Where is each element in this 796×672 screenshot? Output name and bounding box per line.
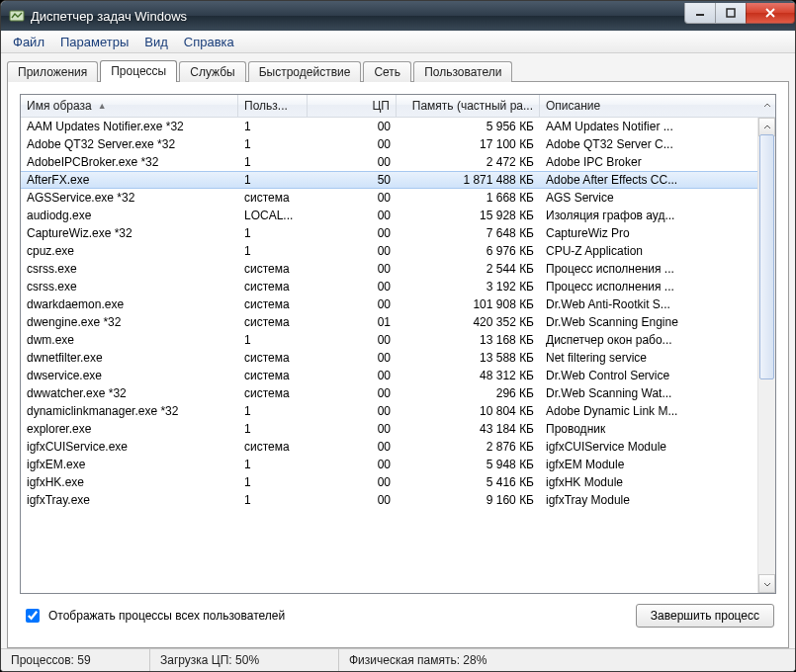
table-row[interactable]: explorer.exe10043 184 КБПроводник (21, 420, 757, 438)
table-row[interactable]: igfxHK.exe1005 416 КБigfxHK Module (21, 473, 757, 491)
cell-memory: 296 КБ (397, 386, 540, 400)
cell-user: система (238, 369, 308, 382)
table-row[interactable]: dynamiclinkmanager.exe *3210010 804 КБAd… (21, 402, 757, 420)
cell-description: igfxCUIService Module (540, 440, 757, 454)
list-header: Имя образа ▲ Польз... ЦП Память (частный… (21, 95, 775, 118)
cell-image: cpuz.exe (21, 244, 238, 258)
cell-description: AAM Updates Notifier ... (540, 120, 757, 133)
col-user[interactable]: Польз... (238, 95, 308, 117)
table-row[interactable]: dwarkdaemon.exeсистема00101 908 КБDr.Web… (21, 295, 757, 313)
cell-user: система (238, 351, 308, 365)
cell-cpu: 00 (308, 209, 397, 222)
table-row[interactable]: igfxEM.exe1005 948 КБigfxEM Module (21, 456, 757, 473)
table-row[interactable]: dwengine.exe *32система01420 352 КБDr.We… (21, 313, 757, 331)
cell-description: Dr.Web Scanning Wat... (540, 386, 757, 400)
table-row[interactable]: AAM Updates Notifier.exe *321005 956 КБA… (21, 118, 757, 135)
show-all-users-checkbox[interactable]: Отображать процессы всех пользователей (22, 606, 636, 626)
cell-cpu: 00 (308, 404, 397, 418)
table-row[interactable]: dwnetfilter.exeсистема0013 588 КБNet fil… (21, 349, 757, 367)
cell-cpu: 00 (308, 458, 397, 471)
table-row[interactable]: CaptureWiz.exe *321007 648 КБCaptureWiz … (21, 224, 757, 242)
cell-description: Adobe After Effects CC... (540, 172, 757, 188)
cell-memory: 13 588 КБ (397, 351, 540, 365)
status-cpu: Загрузка ЦП: 50% (150, 649, 339, 671)
cell-description: Dr.Web Anti-Rootkit S... (540, 297, 757, 311)
cell-memory: 5 948 КБ (397, 458, 540, 471)
show-all-users-label: Отображать процессы всех пользователей (48, 609, 285, 623)
cell-memory: 9 160 КБ (397, 493, 540, 507)
table-row[interactable]: csrss.exeсистема003 192 КБПроцесс исполн… (21, 278, 757, 295)
tab-page-processes: Имя образа ▲ Польз... ЦП Память (частный… (7, 81, 789, 648)
cell-description: Net filtering service (540, 351, 757, 365)
tab-processes[interactable]: Процессы (100, 60, 177, 82)
vertical-scrollbar[interactable] (757, 118, 775, 593)
cell-cpu: 00 (308, 386, 397, 400)
table-row[interactable]: dwm.exe10013 168 КБДиспетчер окон рабо..… (21, 331, 757, 349)
cell-cpu: 00 (308, 475, 397, 489)
cell-image: dwwatcher.exe *32 (21, 386, 238, 400)
table-row[interactable]: AfterFX.exe1501 871 488 КБAdobe After Ef… (21, 171, 757, 189)
table-row[interactable]: dwservice.exeсистема0048 312 КБDr.Web Co… (21, 367, 757, 384)
col-image[interactable]: Имя образа ▲ (21, 95, 238, 117)
cell-cpu: 00 (308, 369, 397, 382)
maximize-button[interactable] (715, 3, 747, 24)
cell-image: dwengine.exe *32 (21, 315, 238, 329)
menu-file[interactable]: Файл (5, 33, 52, 51)
cell-memory: 5 416 КБ (397, 475, 540, 489)
menu-view[interactable]: Вид (136, 33, 176, 51)
cell-image: igfxEM.exe (21, 458, 238, 471)
cell-memory: 6 976 КБ (397, 244, 540, 258)
svg-rect-1 (696, 14, 704, 16)
cell-description: igfxHK Module (540, 475, 757, 489)
tab-performance[interactable]: Быстродействие (248, 61, 362, 82)
cell-cpu: 00 (308, 493, 397, 507)
table-row[interactable]: AdobeIPCBroker.exe *321002 472 КБAdobe I… (21, 153, 757, 171)
cell-description: Изоляция графов ауд... (540, 209, 757, 222)
cell-user: система (238, 386, 308, 400)
tab-users[interactable]: Пользователи (413, 61, 512, 82)
menu-params[interactable]: Параметры (52, 33, 136, 51)
scroll-track[interactable] (758, 134, 775, 576)
cell-memory: 5 956 КБ (397, 120, 540, 133)
cell-image: Adobe QT32 Server.exe *32 (21, 137, 238, 151)
tab-network[interactable]: Сеть (363, 61, 411, 82)
table-row[interactable]: igfxCUIService.exeсистема002 876 КБigfxC… (21, 438, 757, 456)
table-row[interactable]: dwwatcher.exe *32система00296 КБDr.Web S… (21, 384, 757, 402)
cell-description: CaptureWiz Pro (540, 226, 757, 240)
cell-description: igfxEM Module (540, 458, 757, 471)
table-row[interactable]: audiodg.exeLOCAL...0015 928 КБИзоляция г… (21, 207, 757, 224)
table-row[interactable]: csrss.exeсистема002 544 КБПроцесс исполн… (21, 260, 757, 278)
cell-user: 1 (238, 333, 308, 347)
table-row[interactable]: AGSService.exe *32система001 668 КБAGS S… (21, 189, 757, 207)
cell-user: система (238, 280, 308, 294)
show-all-users-input[interactable] (26, 609, 40, 623)
table-row[interactable]: igfxTray.exe1009 160 КБigfxTray Module (21, 491, 757, 509)
tab-apps[interactable]: Приложения (7, 61, 98, 82)
cell-memory: 1 668 КБ (397, 191, 540, 205)
titlebar[interactable]: Диспетчер задач Windows (1, 1, 795, 31)
sort-asc-icon: ▲ (98, 101, 107, 111)
cell-description: Процесс исполнения ... (540, 280, 757, 294)
cell-cpu: 00 (308, 244, 397, 258)
cell-image: AdobeIPCBroker.exe *32 (21, 155, 238, 169)
minimize-button[interactable] (684, 3, 716, 24)
status-bar: Процессов: 59 Загрузка ЦП: 50% Физическа… (1, 648, 795, 671)
col-memory[interactable]: Память (частный ра... (397, 95, 540, 117)
table-row[interactable]: Adobe QT32 Server.exe *3210017 100 КБAdo… (21, 135, 757, 153)
menu-help[interactable]: Справка (176, 33, 242, 51)
cell-user: 1 (238, 458, 308, 471)
cell-memory: 17 100 КБ (397, 137, 540, 151)
table-row[interactable]: cpuz.exe1006 976 КБCPU-Z Application (21, 242, 757, 260)
cell-cpu: 00 (308, 440, 397, 454)
cell-description: Adobe Dynamic Link M... (540, 404, 757, 418)
col-description[interactable]: Описание (540, 95, 758, 117)
list-body: AAM Updates Notifier.exe *321005 956 КБA… (21, 118, 775, 593)
col-cpu[interactable]: ЦП (308, 95, 397, 117)
cell-user: система (238, 191, 308, 205)
cell-memory: 101 908 КБ (397, 297, 540, 311)
tab-services[interactable]: Службы (179, 61, 245, 82)
scroll-down-icon[interactable] (758, 574, 775, 593)
end-process-button[interactable]: Завершить процесс (636, 604, 774, 628)
close-button[interactable] (746, 3, 795, 24)
scroll-thumb[interactable] (759, 134, 774, 379)
